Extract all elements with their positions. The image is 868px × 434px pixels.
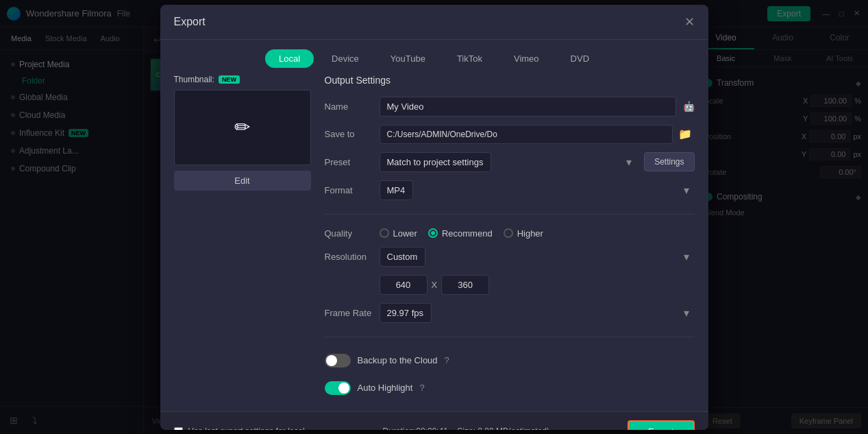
highlight-label: Auto Highlight <box>358 383 413 393</box>
backup-toggle-thumb <box>326 355 337 366</box>
preset-settings-button[interactable]: Settings <box>644 152 694 171</box>
frame-rate-select[interactable]: 29.97 fps <box>380 303 432 323</box>
last-settings-checkbox[interactable] <box>174 427 183 430</box>
path-input-row: 📁 <box>380 125 695 144</box>
radio-recommend <box>428 228 438 238</box>
save-path-input[interactable] <box>380 125 673 144</box>
output-settings: Output Settings Name 🤖 Save to 📁 <box>325 75 695 398</box>
resolution-label: Resolution <box>325 252 373 262</box>
save-to-label: Save to <box>325 129 373 139</box>
tab-local[interactable]: Local <box>265 49 314 68</box>
duration-info: Duration:00:00:41 <box>383 426 448 430</box>
tab-dvd[interactable]: DVD <box>557 49 603 68</box>
preset-select-wrapper: Match to project settings <box>380 152 638 172</box>
height-input[interactable] <box>441 275 489 295</box>
frame-rate-label: Frame Rate <box>325 308 373 318</box>
divider-2 <box>325 337 695 337</box>
pencil-icon: ✏ <box>234 116 250 138</box>
tab-tiktok[interactable]: TikTok <box>443 49 496 68</box>
backup-toggle[interactable] <box>325 354 351 367</box>
name-row: Name 🤖 <box>325 97 695 117</box>
highlight-toggle-row: Auto Highlight ? <box>325 378 695 398</box>
radio-lower <box>380 228 389 238</box>
radio-higher <box>504 228 513 238</box>
highlight-help-icon[interactable]: ? <box>419 383 424 393</box>
folder-browse-button[interactable]: 📁 <box>675 125 695 143</box>
ai-button[interactable]: 🤖 <box>683 101 695 112</box>
thumbnail-section: Thumbnail: NEW ✏ Edit <box>174 75 311 398</box>
frame-rate-select-wrapper: 29.97 fps <box>380 303 695 323</box>
backup-help-icon[interactable]: ? <box>445 355 449 365</box>
quality-higher[interactable]: Higher <box>504 228 543 239</box>
preset-label: Preset <box>325 157 373 167</box>
modal-footer: Use last export settings for local Durat… <box>160 411 708 430</box>
modal-header: Export ✕ <box>160 5 708 40</box>
thumbnail-preview: ✏ <box>174 90 311 165</box>
output-settings-title: Output Settings <box>325 75 695 86</box>
radio-dot <box>431 231 435 235</box>
modal-tabs: Local Device YouTube TikTok Vimeo DVD <box>160 40 708 75</box>
modal-overlay: Export ✕ Local Device YouTube TikTok Vim… <box>0 0 868 434</box>
quality-recommend[interactable]: Recommend <box>428 228 493 239</box>
format-row: Format MP4 <box>325 180 695 200</box>
modal-close-button[interactable]: ✕ <box>684 14 695 29</box>
thumbnail-new-badge: NEW <box>219 75 240 84</box>
format-select[interactable]: MP4 <box>380 180 413 200</box>
settings-grid: Name 🤖 Save to 📁 Preset <box>325 97 695 398</box>
modal-body: Thumbnail: NEW ✏ Edit Output Settings Na… <box>160 75 708 411</box>
resolution-select-wrapper: Custom <box>380 247 695 267</box>
footer-info: Duration:00:00:41 Size: 8.08 MB(estimate… <box>383 426 549 430</box>
width-input[interactable] <box>380 275 427 295</box>
quality-label: Quality <box>325 228 373 239</box>
last-settings-label: Use last export settings for local <box>188 426 305 430</box>
backup-label: Backup to the Cloud <box>358 355 438 365</box>
resolution-inputs: X <box>380 275 695 295</box>
frame-rate-row: Frame Rate 29.97 fps <box>325 303 695 323</box>
format-select-wrapper: MP4 <box>380 180 695 200</box>
resolution-row: Resolution Custom <box>325 247 695 267</box>
preset-row: Preset Match to project settings Setting… <box>325 152 695 172</box>
preset-select[interactable]: Match to project settings <box>380 152 491 172</box>
size-info: Size: 8.08 MB(estimated) <box>457 426 549 430</box>
highlight-toggle[interactable] <box>325 381 351 395</box>
resolution-x-separator: X <box>432 280 438 290</box>
name-input[interactable] <box>380 97 676 117</box>
format-label: Format <box>325 185 373 195</box>
tab-device[interactable]: Device <box>318 49 373 68</box>
quality-lower[interactable]: Lower <box>380 228 417 239</box>
name-label: Name <box>325 101 373 112</box>
quality-options: Lower Recommend Higher <box>380 228 543 239</box>
quality-row: Quality Lower Recommend <box>325 228 695 239</box>
footer-left: Use last export settings for local <box>174 426 305 430</box>
modal-title: Export <box>174 16 206 28</box>
highlight-toggle-thumb <box>338 383 349 394</box>
save-to-row: Save to 📁 <box>325 125 695 144</box>
tab-youtube[interactable]: YouTube <box>377 49 439 68</box>
resolution-select[interactable]: Custom <box>380 247 425 267</box>
edit-thumbnail-button[interactable]: Edit <box>174 171 311 191</box>
thumbnail-label: Thumbnail: NEW <box>174 75 311 84</box>
export-button[interactable]: Export <box>628 420 695 430</box>
tab-vimeo[interactable]: Vimeo <box>500 49 553 68</box>
export-modal: Export ✕ Local Device YouTube TikTok Vim… <box>160 5 708 430</box>
backup-toggle-row: Backup to the Cloud ? <box>325 351 695 370</box>
divider-1 <box>325 214 695 215</box>
